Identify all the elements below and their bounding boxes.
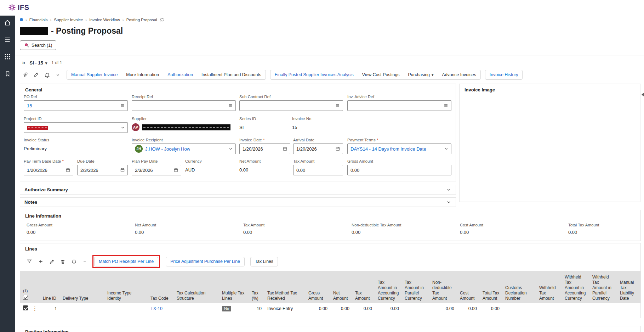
- row-checkbox[interactable]: [23, 305, 28, 310]
- col-multiple-tax-lines[interactable]: Multiple Tax Lines: [219, 271, 249, 303]
- authorize-summary-section[interactable]: Authorize Summary: [20, 185, 456, 195]
- chevron-down-icon[interactable]: [228, 147, 233, 151]
- add-row-icon[interactable]: [38, 259, 44, 264]
- arrival-date-input[interactable]: 1/20/2026: [293, 144, 343, 154]
- col-total-tax-amount[interactable]: Total Tax Amount: [480, 271, 502, 303]
- list-selector-icon[interactable]: [228, 103, 233, 108]
- col-tax-amount[interactable]: Tax Amount: [352, 271, 375, 303]
- installment-plan-button[interactable]: Installment Plan and Discounts: [197, 70, 266, 79]
- invoice-date-input[interactable]: 1/20/2026: [239, 144, 290, 154]
- col-manual-tax-liability-date[interactable]: Manual Tax Liability Date: [617, 271, 640, 303]
- view-cost-postings-button[interactable]: View Cost Postings: [358, 70, 404, 79]
- col-delivery-type[interactable]: Delivery Type: [60, 271, 104, 303]
- notifications-bell-icon[interactable]: [71, 259, 77, 264]
- col-tax-amount-parallel[interactable]: Tax Amount in Parallel Currency: [402, 271, 429, 303]
- breadcrumb-item-posting-proposal[interactable]: Posting Proposal: [122, 18, 157, 22]
- edit-icon[interactable]: [33, 72, 39, 78]
- payment-terms-field: Payment Terms DAYS14 - 14 Days from Invo…: [347, 138, 451, 154]
- purchasing-menu-button[interactable]: Purchasing: [404, 70, 438, 79]
- col-tax-calculation-structure[interactable]: Tax Calculation Structure: [174, 271, 219, 303]
- home-icon[interactable]: [3, 18, 12, 27]
- kebab-menu-icon[interactable]: [32, 306, 38, 311]
- chevron-down-icon[interactable]: [120, 125, 125, 130]
- receipt-ref-input[interactable]: [132, 100, 236, 111]
- calendar-icon[interactable]: [120, 168, 125, 173]
- price-adjustment-purchase-per-line-button[interactable]: Price Adjustment Purchase Per Line: [166, 257, 245, 266]
- list-selector-icon[interactable]: [443, 103, 449, 108]
- edit-row-icon[interactable]: [49, 259, 55, 264]
- record-nav: SI - 15 1 of 1: [22, 58, 62, 67]
- invoice-history-button[interactable]: Invoice History: [485, 70, 523, 79]
- col-cost-amount[interactable]: Cost Amount: [457, 271, 480, 303]
- col-tax-code[interactable]: Tax Code: [148, 271, 174, 303]
- chevron-down-icon[interactable]: [444, 147, 449, 151]
- inv-advice-ref-input[interactable]: [347, 100, 451, 111]
- calendar-icon[interactable]: [283, 146, 287, 151]
- invoice-recipient-value[interactable]: J.HOW - Jocelyn How: [145, 146, 190, 152]
- chevron-down-icon[interactable]: [56, 73, 60, 77]
- col-tax-method-tax-received[interactable]: Tax Method Tax Received: [264, 271, 306, 303]
- list-selector-icon[interactable]: [120, 103, 125, 108]
- site-indicator-dot[interactable]: [20, 18, 23, 21]
- col-withheld-tax-amount[interactable]: Withheld Tax Amount: [536, 271, 562, 303]
- col-tax-percent[interactable]: Tax (%): [249, 271, 264, 303]
- plan-pay-date-input[interactable]: 2/3/2026: [132, 165, 181, 175]
- calendar-icon[interactable]: [335, 146, 340, 151]
- more-information-button[interactable]: More Information: [122, 70, 163, 79]
- gross-amount-input[interactable]: 0.00: [347, 165, 451, 175]
- tax-amount-input[interactable]: 0.00: [293, 165, 343, 175]
- calendar-icon[interactable]: [65, 168, 70, 173]
- col-line-id[interactable]: Line ID: [40, 271, 60, 303]
- attachment-icon[interactable]: [22, 72, 28, 78]
- finally-posted-analysis-button[interactable]: Finally Posted Supplier Invoices Analysi…: [270, 70, 358, 79]
- col-withheld-tax-amount-accounting[interactable]: Withheld Tax Amount in Accounting Curren…: [562, 271, 589, 303]
- table-row[interactable]: 1 TX-10 No 10 Invoice Entry 0.00 0.00 0.…: [20, 303, 640, 314]
- tax-lines-button[interactable]: Tax Lines: [250, 257, 278, 266]
- tax-code-link[interactable]: TX-10: [150, 306, 163, 311]
- col-withheld-tax-amount-parallel[interactable]: Withheld Tax Amount in Parallel Currency: [589, 271, 617, 303]
- col-gross-amount[interactable]: Gross Amount: [306, 271, 330, 303]
- col-income-type-identity[interactable]: Income Type Identity: [104, 271, 148, 303]
- invoice-recipient-avatar: JH: [135, 145, 143, 153]
- invoice-recipient-combobox[interactable]: JH J.HOW - Jocelyn How: [132, 144, 236, 154]
- po-ref-input[interactable]: 15: [24, 100, 128, 111]
- match-po-receipts-per-line-button[interactable]: Match PO Receipts Per Line: [94, 257, 158, 266]
- breadcrumb-item-supplier-invoice[interactable]: Supplier Invoice: [50, 18, 83, 22]
- bookmark-icon[interactable]: [3, 69, 12, 78]
- chevron-down-icon[interactable]: [446, 187, 451, 192]
- search-icon: [24, 43, 29, 48]
- pay-term-base-date-input[interactable]: 1/20/2026: [24, 165, 73, 175]
- manual-supplier-invoice-button[interactable]: Manual Supplier Invoice: [67, 70, 122, 79]
- record-selector[interactable]: SI - 15: [29, 60, 47, 66]
- advance-invoices-button[interactable]: Advance Invoices: [438, 70, 480, 79]
- refresh-icon[interactable]: [160, 17, 164, 22]
- chevron-down-icon[interactable]: [446, 199, 451, 205]
- select-all-checkbox[interactable]: [23, 295, 28, 300]
- sub-contract-ref-input[interactable]: [239, 100, 343, 111]
- notifications-bell-icon[interactable]: [44, 72, 50, 78]
- chevron-down-icon[interactable]: [82, 259, 87, 264]
- search-button[interactable]: Search (1): [20, 40, 56, 50]
- authorization-button[interactable]: Authorization: [163, 70, 197, 79]
- notes-section[interactable]: Notes: [20, 197, 456, 207]
- col-net-amount[interactable]: Net Amount: [330, 271, 352, 303]
- ifs-logo[interactable]: IFS: [8, 3, 29, 12]
- delete-row-icon[interactable]: [60, 259, 65, 264]
- breadcrumb-item-invoice-workflow[interactable]: Invoice Workflow: [85, 18, 120, 22]
- col-non-deductible-tax-amount[interactable]: Non-deductible Tax Amount: [429, 271, 457, 303]
- payment-terms-combobox[interactable]: DAYS14 - 14 Days from Invoice Date: [347, 144, 451, 154]
- menu-icon[interactable]: [3, 35, 12, 44]
- apps-grid-icon[interactable]: [3, 52, 12, 61]
- due-date-input[interactable]: 2/3/2026: [77, 165, 128, 175]
- collapse-panel-icon[interactable]: [22, 59, 25, 66]
- filter-icon[interactable]: [27, 259, 32, 264]
- po-ref-value[interactable]: 15: [27, 103, 32, 108]
- breadcrumb-item-financials[interactable]: Financials: [25, 18, 48, 22]
- project-id-combobox[interactable]: [24, 122, 128, 133]
- payment-terms-value[interactable]: DAYS14 - 14 Days from Invoice Date: [351, 146, 426, 152]
- col-tax-amount-accounting[interactable]: Tax Amount in Accounting Currency: [375, 271, 402, 303]
- list-selector-icon[interactable]: [335, 103, 340, 108]
- panel-edge-marker[interactable]: [642, 93, 644, 96]
- calendar-icon[interactable]: [173, 168, 178, 173]
- col-customs-declaration-number[interactable]: Customs Declaration Number: [502, 271, 536, 303]
